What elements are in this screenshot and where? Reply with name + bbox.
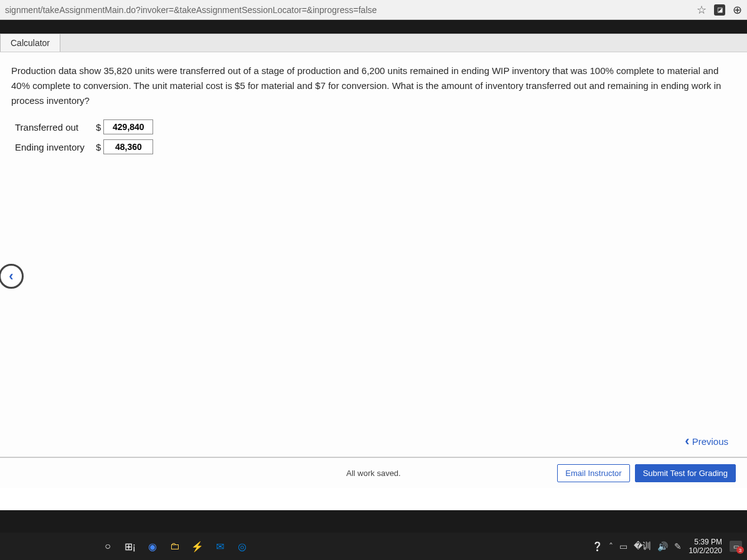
file-explorer-icon[interactable]: 🗀 (166, 537, 184, 556)
autosave-status: All work saved. (346, 469, 400, 478)
cortana-icon[interactable]: ○ (98, 537, 117, 556)
date-text: 10/2/2020 (689, 546, 722, 555)
chevron-left-icon: ‹ (9, 268, 13, 284)
bookmark-star-icon[interactable]: ☆ (697, 3, 707, 17)
chrome-icon[interactable]: ◉ (143, 537, 162, 556)
browser-url-bar[interactable]: signment/takeAssignmentMain.do?invoker=&… (0, 0, 747, 20)
answer-label: Transferred out (15, 122, 96, 133)
help-icon[interactable]: ❔ (592, 541, 603, 551)
windows-taskbar[interactable]: ○ ⊞¡ ◉ 🗀 ⚡ ✉ ◎ ❔ ˄ ▭ �训 🔊 ✎ 5:39 PM 10/2… (0, 533, 747, 560)
previous-label: Previous (692, 436, 728, 447)
calculator-button[interactable]: Calculator (0, 34, 60, 52)
system-tray[interactable]: ❔ ˄ ▭ �训 🔊 ✎ (592, 541, 682, 552)
mail-icon[interactable]: ✉ (210, 537, 229, 556)
footer-bar: All work saved. Email Instructor Submit … (0, 457, 747, 488)
chevron-left-icon: ‹ (685, 433, 689, 449)
url-text: signment/takeAssignmentMain.do?invoker=&… (5, 5, 697, 15)
pen-icon[interactable]: ✎ (674, 541, 682, 551)
question-panel: Production data show 35,820 units were t… (0, 52, 747, 488)
previous-circle-button[interactable]: ‹ (0, 264, 24, 289)
volume-icon[interactable]: 🔊 (657, 541, 668, 551)
transferred-out-input[interactable] (103, 119, 153, 134)
previous-link[interactable]: ‹ Previous (685, 433, 728, 449)
time-text: 5:39 PM (689, 538, 722, 546)
task-view-icon[interactable]: ⊞¡ (121, 537, 139, 556)
tool-row: Calculator (0, 34, 747, 52)
battery-icon[interactable]: ▭ (619, 541, 627, 551)
answer-label: Ending inventory (15, 142, 96, 152)
submit-test-button[interactable]: Submit Test for Grading (635, 464, 736, 482)
app-icon[interactable]: ⚡ (188, 537, 207, 556)
chevron-up-icon[interactable]: ˄ (609, 541, 613, 551)
clock[interactable]: 5:39 PM 10/2/2020 (689, 538, 722, 556)
zoom-icon[interactable]: ⊕ (733, 3, 742, 17)
notification-badge: 3 (736, 546, 744, 554)
currency-symbol: $ (96, 122, 101, 133)
extension-icon[interactable]: ◪ (714, 4, 725, 16)
page-header-gap (0, 20, 747, 34)
email-instructor-button[interactable]: Email Instructor (557, 464, 629, 482)
action-center-icon[interactable]: ▭ 3 (730, 541, 742, 552)
answer-row-transferred-out: Transferred out $ (15, 119, 736, 134)
question-text: Production data show 35,820 units were t… (11, 63, 736, 108)
edge-icon[interactable]: ◎ (233, 537, 251, 556)
currency-symbol: $ (96, 142, 101, 152)
ending-inventory-input[interactable] (103, 139, 153, 154)
wifi-icon[interactable]: �训 (634, 541, 651, 552)
answer-section: Transferred out $ Ending inventory $ (15, 119, 736, 154)
answer-row-ending-inventory: Ending inventory $ (15, 139, 736, 154)
